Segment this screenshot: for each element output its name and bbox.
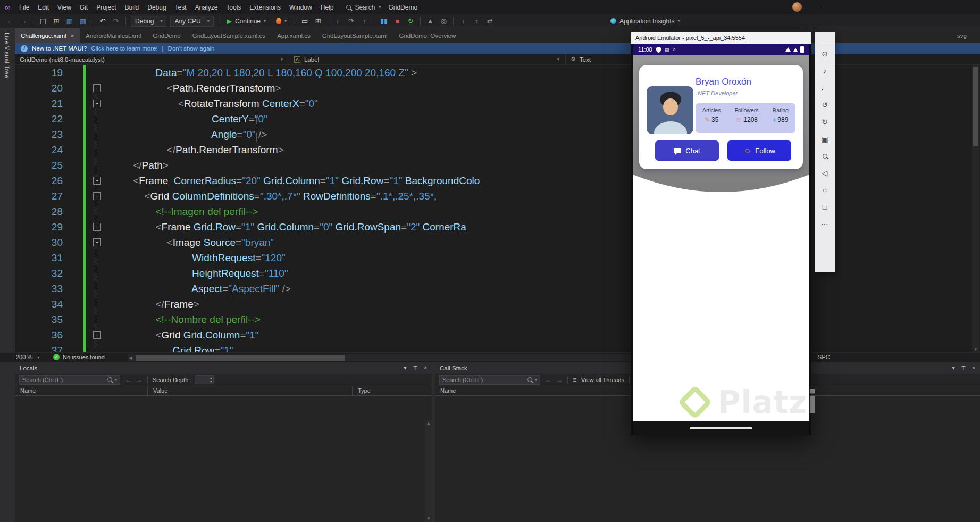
menu-file[interactable]: File — [15, 1, 33, 14]
infobar-learn-link[interactable]: Click here to learn more! — [91, 45, 157, 52]
scroll-down-icon[interactable]: ▼ — [974, 347, 978, 352]
code-line-34[interactable]: 34 </Frame> — [15, 296, 980, 312]
code-line-35[interactable]: 35 <!--Nombre del perfil--> — [15, 312, 980, 327]
emulator-title-bar[interactable]: Android Emulator - pixel_5_-_api_34:5554 — [631, 32, 811, 44]
locals-search-box[interactable]: ▾ — [19, 375, 120, 385]
menu-analyze[interactable]: Analyze — [191, 1, 222, 14]
minimize-button[interactable]: — — [815, 2, 827, 10]
column-header-type[interactable]: Type — [353, 386, 432, 395]
power-icon[interactable]: ⊙ — [818, 47, 832, 60]
fold-toggle[interactable]: - — [93, 238, 101, 246]
code-line-37[interactable]: 37 Grid.Row="1" — [15, 343, 980, 352]
undo-icon[interactable]: ↶ — [98, 17, 107, 25]
fold-toggle[interactable]: - — [93, 331, 101, 339]
restart-icon[interactable]: ↻ — [406, 17, 415, 25]
prev-frame-icon[interactable]: ← — [545, 376, 551, 384]
search-depth-input[interactable]: ▴▾ — [195, 375, 214, 384]
add-item-icon[interactable]: ⊞ — [52, 17, 61, 25]
menu-git[interactable]: Git — [76, 1, 92, 14]
locals-scrollbar[interactable]: ▲ ▼ — [425, 420, 432, 522]
close-icon[interactable]: × — [424, 365, 427, 371]
scroll-up-icon[interactable]: ▲ — [426, 421, 431, 426]
code-line-25[interactable]: 25 </Path> — [15, 158, 980, 173]
diagnostics-icon[interactable]: ▲ — [425, 17, 435, 25]
menu-build[interactable]: Build — [121, 1, 144, 14]
code-editor[interactable]: 19 Data="M 20,20 L 180,20 L 180,160 Q 10… — [15, 65, 980, 352]
next-result-icon[interactable]: → — [136, 376, 143, 384]
close-icon[interactable]: × — [71, 32, 74, 39]
screenshot-icon[interactable]: ▣ — [818, 132, 832, 145]
close-icon[interactable]: × — [972, 365, 975, 371]
break-all-icon[interactable]: ▮▮ — [379, 17, 389, 25]
breadcrumb-element-dropdown[interactable]: A Label ▼ — [289, 54, 565, 64]
call-stack-search-box[interactable]: ▾ — [439, 375, 540, 385]
android-screen[interactable]: 11:08 ▤ ○ — [633, 44, 809, 435]
gesture-pill[interactable] — [690, 427, 752, 429]
pin-icon[interactable]: ⊤ — [413, 365, 417, 371]
code-line-32[interactable]: 32 HeightRequest="110" — [15, 266, 980, 281]
tab-overflow-fragment[interactable]: svg — [957, 28, 967, 43]
volume-up-icon[interactable]: ♪ — [818, 64, 832, 77]
prev-result-icon[interactable]: ← — [125, 376, 131, 384]
code-line-20[interactable]: 20- <Path.RenderTransform> — [15, 80, 980, 96]
menu-debug[interactable]: Debug — [143, 1, 170, 14]
application-insights-button[interactable]: Application Insights▾ — [607, 16, 683, 26]
tab-gridlayoutsample-xaml[interactable]: GridLayoutSample.xaml — [316, 28, 393, 43]
code-line-29[interactable]: 29- <Frame Grid.Row="1" Grid.Column="0" … — [15, 219, 980, 235]
view-all-threads-label[interactable]: View all Threads — [581, 377, 624, 383]
code-line-21[interactable]: 21- <RotateTransform CenterX="0" — [15, 96, 980, 111]
breadcrumb-project-dropdown[interactable]: GridDemo (net8.0-maccatalyst) ▼ — [15, 54, 289, 64]
overview-icon[interactable]: □ — [818, 201, 832, 213]
code-line-22[interactable]: 22 CenterY="0" — [15, 111, 980, 127]
issue-status[interactable]: ✓ No issues found — [53, 354, 105, 360]
code-line-30[interactable]: 30- <Image Source="bryan" — [15, 235, 980, 250]
next-frame-icon[interactable]: → — [556, 376, 563, 384]
fold-toggle[interactable]: - — [93, 223, 101, 231]
tab-griddemo-overview[interactable]: GridDemo: Overview — [393, 28, 462, 43]
spinner-arrows[interactable]: ▴▾ — [210, 376, 213, 384]
tab-challengue-xaml[interactable]: Challengue.xaml× — [15, 28, 80, 43]
code-line-31[interactable]: 31 WidthRequest="120" — [15, 250, 980, 266]
redo-icon[interactable]: ↷ — [111, 17, 121, 25]
locals-content[interactable]: ▲ ▼ — [15, 396, 432, 522]
more-icon[interactable]: ⋯ — [818, 218, 832, 230]
step-out-icon[interactable]: ↑ — [359, 17, 369, 25]
menu-view[interactable]: View — [53, 1, 76, 14]
menu-extensions[interactable]: Extensions — [245, 1, 285, 14]
user-avatar[interactable] — [792, 2, 802, 12]
menu-edit[interactable]: Edit — [33, 1, 53, 14]
code-line-24[interactable]: 24 </Path.RenderTransform> — [15, 142, 980, 158]
save-icon[interactable]: ▦ — [65, 17, 74, 25]
back-icon[interactable]: ◁ — [818, 167, 832, 179]
chat-button[interactable]: Chat — [655, 140, 719, 161]
compare-icon[interactable]: ⇄ — [485, 17, 495, 25]
continue-button[interactable]: ▶Continue▾ — [224, 16, 269, 26]
nav-back-icon[interactable]: ← — [5, 17, 15, 25]
split-window-icon[interactable]: ⊞ — [313, 17, 323, 25]
git-push-icon[interactable]: ↑ — [472, 17, 481, 25]
git-pull-icon[interactable]: ↓ — [458, 17, 468, 25]
locals-panel-header[interactable]: Locals ▾ ⊤ × — [15, 362, 432, 374]
code-line-23[interactable]: 23 Angle="0" /> — [15, 127, 980, 142]
code-line-19[interactable]: 19 Data="M 20,20 L 180,20 L 180,160 Q 10… — [15, 65, 980, 80]
call-stack-search-input[interactable] — [442, 377, 525, 383]
infobar-dismiss-link[interactable]: Don't show again — [168, 45, 215, 52]
fold-toggle[interactable]: - — [93, 84, 101, 92]
emulator-minimize-icon[interactable]: — — [816, 34, 834, 43]
nav-forward-icon[interactable]: → — [19, 17, 28, 25]
menu-help[interactable]: Help — [316, 1, 338, 14]
whitespace-indicator[interactable]: SPC — [818, 354, 830, 360]
code-line-36[interactable]: 36- <Grid Grid.Column="1" — [15, 327, 980, 343]
stop-debugging-icon[interactable]: ■ — [392, 17, 402, 25]
code-line-33[interactable]: 33 Aspect="AspectFill" /> — [15, 281, 980, 296]
column-header-value[interactable]: Value — [148, 386, 353, 395]
pin-icon[interactable]: ⊤ — [961, 365, 966, 371]
fold-toggle[interactable]: - — [93, 100, 101, 107]
code-line-28[interactable]: 28 <!--Imagen del perfil--> — [15, 204, 980, 219]
menu-test[interactable]: Test — [171, 1, 191, 14]
watch-icon[interactable]: ◎ — [439, 17, 448, 25]
save-all-icon[interactable]: ▥ — [78, 17, 88, 25]
home-icon[interactable]: ○ — [818, 184, 832, 196]
vertical-scrollbar[interactable]: ▲ ▼ — [972, 43, 979, 352]
menu-tools[interactable]: Tools — [222, 1, 245, 14]
